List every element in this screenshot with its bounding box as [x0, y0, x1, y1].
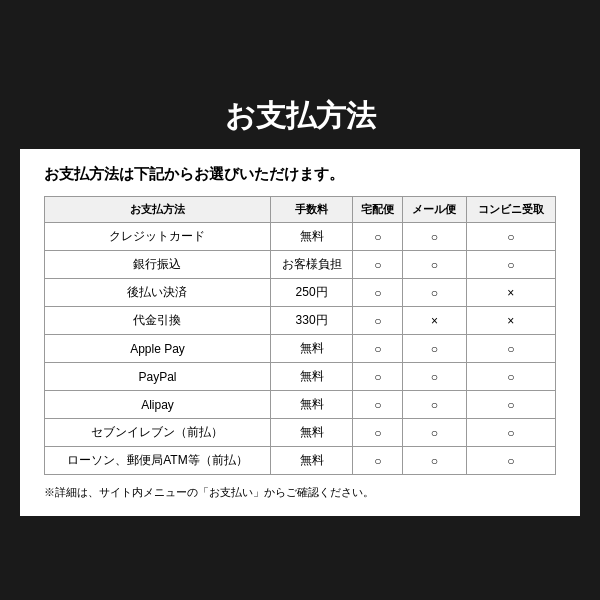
cell-r8-c1: 無料 [270, 447, 352, 475]
cell-r7-c0: セブンイレブン（前払） [45, 419, 271, 447]
cell-r0-c1: 無料 [270, 223, 352, 251]
cell-r7-c2: ○ [353, 419, 403, 447]
cell-r1-c3: ○ [403, 251, 466, 279]
col-method: お支払方法 [45, 197, 271, 223]
cell-r6-c4: ○ [466, 391, 555, 419]
cell-r4-c2: ○ [353, 335, 403, 363]
cell-r3-c3: × [403, 307, 466, 335]
cell-r5-c4: ○ [466, 363, 555, 391]
payment-table: お支払方法 手数料 宅配便 メール便 コンビニ受取 クレジットカード無料○○○銀… [44, 196, 556, 475]
table-row: Alipay無料○○○ [45, 391, 556, 419]
cell-r8-c2: ○ [353, 447, 403, 475]
cell-r0-c2: ○ [353, 223, 403, 251]
cell-r4-c1: 無料 [270, 335, 352, 363]
cell-r0-c4: ○ [466, 223, 555, 251]
cell-r2-c2: ○ [353, 279, 403, 307]
cell-r0-c3: ○ [403, 223, 466, 251]
cell-r2-c4: × [466, 279, 555, 307]
cell-r8-c4: ○ [466, 447, 555, 475]
cell-r7-c3: ○ [403, 419, 466, 447]
table-row: 代金引換330円○×× [45, 307, 556, 335]
cell-r8-c3: ○ [403, 447, 466, 475]
cell-r2-c1: 250円 [270, 279, 352, 307]
footnote: ※詳細は、サイト内メニューの「お支払い」からご確認ください。 [44, 485, 556, 500]
cell-r2-c3: ○ [403, 279, 466, 307]
cell-r6-c0: Alipay [45, 391, 271, 419]
cell-r1-c0: 銀行振込 [45, 251, 271, 279]
table-row: Apple Pay無料○○○ [45, 335, 556, 363]
table-row: クレジットカード無料○○○ [45, 223, 556, 251]
cell-r4-c0: Apple Pay [45, 335, 271, 363]
cell-r1-c4: ○ [466, 251, 555, 279]
cell-r3-c1: 330円 [270, 307, 352, 335]
cell-r5-c0: PayPal [45, 363, 271, 391]
cell-r4-c4: ○ [466, 335, 555, 363]
cell-r3-c0: 代金引換 [45, 307, 271, 335]
cell-r6-c3: ○ [403, 391, 466, 419]
table-row: セブンイレブン（前払）無料○○○ [45, 419, 556, 447]
cell-r5-c3: ○ [403, 363, 466, 391]
table-row: 後払い決済250円○○× [45, 279, 556, 307]
cell-r3-c2: ○ [353, 307, 403, 335]
cell-r2-c0: 後払い決済 [45, 279, 271, 307]
cell-r3-c4: × [466, 307, 555, 335]
cell-r0-c0: クレジットカード [45, 223, 271, 251]
table-row: ローソン、郵便局ATM等（前払）無料○○○ [45, 447, 556, 475]
cell-r7-c4: ○ [466, 419, 555, 447]
cell-r6-c2: ○ [353, 391, 403, 419]
cell-r7-c1: 無料 [270, 419, 352, 447]
table-row: PayPal無料○○○ [45, 363, 556, 391]
cell-r8-c0: ローソン、郵便局ATM等（前払） [45, 447, 271, 475]
table-row: 銀行振込お客様負担○○○ [45, 251, 556, 279]
cell-r1-c1: お客様負担 [270, 251, 352, 279]
intro-text: お支払方法は下記からお選びいただけます。 [44, 165, 556, 184]
col-fee: 手数料 [270, 197, 352, 223]
cell-r5-c2: ○ [353, 363, 403, 391]
cell-r6-c1: 無料 [270, 391, 352, 419]
col-mail: メール便 [403, 197, 466, 223]
payment-card: お支払方法 お支払方法は下記からお選びいただけます。 お支払方法 手数料 宅配便… [20, 84, 580, 516]
col-convenience: コンビニ受取 [466, 197, 555, 223]
col-delivery: 宅配便 [353, 197, 403, 223]
page-title: お支払方法 [20, 84, 580, 149]
cell-r5-c1: 無料 [270, 363, 352, 391]
cell-r4-c3: ○ [403, 335, 466, 363]
table-header-row: お支払方法 手数料 宅配便 メール便 コンビニ受取 [45, 197, 556, 223]
cell-r1-c2: ○ [353, 251, 403, 279]
